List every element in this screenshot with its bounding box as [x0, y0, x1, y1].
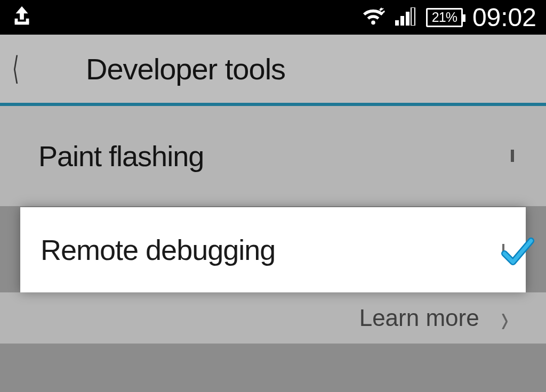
row-learn-more[interactable]: Learn more › [0, 292, 546, 345]
chevron-right-icon: › [501, 295, 508, 341]
svg-rect-5 [395, 20, 399, 26]
row-remote-debugging[interactable]: Remote debugging [20, 207, 526, 292]
checkbox-checked-icon[interactable] [502, 245, 504, 255]
page-title: Developer tools [86, 52, 285, 86]
upload-icon [10, 4, 34, 31]
svg-rect-6 [400, 16, 404, 26]
row-label: Paint flashing [38, 140, 204, 173]
svg-marker-3 [379, 7, 382, 11]
signal-icon [395, 7, 416, 28]
row-label: Remote debugging [41, 233, 275, 266]
checkbox-unchecked-icon[interactable] [511, 151, 514, 161]
app-header: ⟨ Developer tools [0, 35, 546, 106]
battery-percent: 21% [432, 10, 457, 25]
svg-rect-2 [26, 18, 29, 22]
learn-more-label: Learn more [359, 305, 479, 331]
battery-indicator: 21% [426, 8, 463, 27]
back-icon[interactable]: ⟨ [12, 53, 19, 85]
svg-rect-1 [15, 18, 18, 22]
settings-list: Paint flashing Remote debugging Learn mo… [0, 106, 546, 345]
svg-rect-7 [406, 12, 410, 26]
svg-rect-8 [411, 7, 415, 26]
status-bar: 21% 09:02 [0, 0, 546, 35]
row-paint-flashing[interactable]: Paint flashing [0, 106, 546, 207]
wifi-icon [361, 6, 386, 29]
clock: 09:02 [472, 3, 536, 32]
firefox-icon[interactable] [25, 45, 73, 93]
